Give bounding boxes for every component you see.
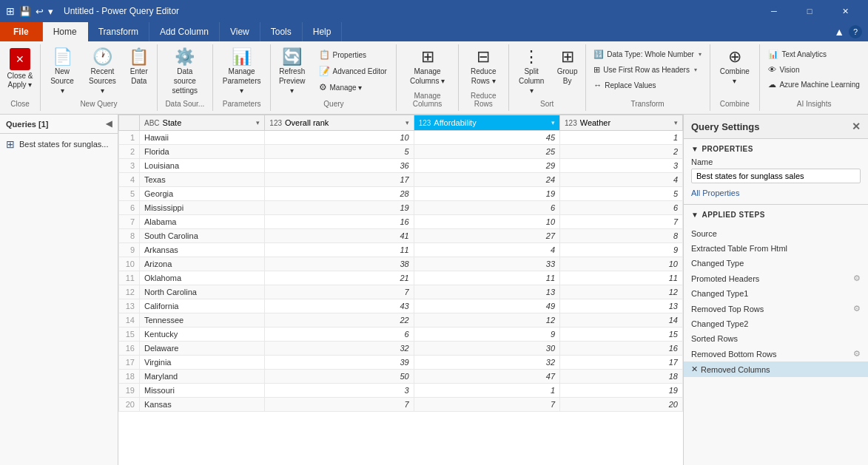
applied-step-item[interactable]: Removed Bottom Rows⚙ [684, 346, 868, 362]
group-by-button[interactable]: ⊞ GroupBy [553, 46, 582, 89]
cell-state: Georgia [140, 187, 265, 201]
table-row[interactable]: 5 Georgia 28 19 5 [119, 187, 683, 201]
col-filter-arrow-weather[interactable]: ▾ [674, 119, 678, 126]
applied-step-item[interactable]: Changed Type2 [684, 316, 868, 331]
table-row[interactable]: 18 Maryland 50 47 18 [119, 370, 683, 384]
table-row[interactable]: 20 Kansas 7 7 20 [119, 398, 683, 412]
col-filter-arrow-rank[interactable]: ▾ [406, 119, 409, 126]
save-icon[interactable]: 💾 [19, 6, 31, 17]
table-row[interactable]: 12 North Carolina 7 13 12 [119, 285, 683, 299]
azure-ml-button[interactable]: ☁ Azure Machine Learning [763, 78, 864, 92]
tab-transform[interactable]: Transform [88, 22, 149, 41]
window-close-button[interactable]: ✕ [828, 0, 862, 22]
close-apply-button[interactable]: ✕ Close &Apply ▾ [3, 46, 36, 92]
table-row[interactable]: 9 Arkansas 11 4 9 [119, 243, 683, 257]
step-x-icon[interactable]: ✕ [691, 364, 698, 374]
query-name-input[interactable] [691, 169, 861, 183]
col-header-overall-rank[interactable]: 123 Overall rank ▾ [265, 115, 414, 131]
table-row[interactable]: 8 South Carolina 41 27 8 [119, 229, 683, 243]
table-row[interactable]: 2 Florida 5 25 2 [119, 145, 683, 159]
settings-close-button[interactable]: ✕ [852, 121, 861, 132]
replace-values-button[interactable]: ↔ Replace Values [588, 78, 707, 92]
use-first-row-button[interactable]: ⊞ Use First Row as Headers ▾ [588, 63, 707, 77]
manage-query-button[interactable]: ⚙ Manage ▾ [314, 80, 392, 95]
table-row[interactable]: 19 Missouri 3 1 19 [119, 384, 683, 398]
collapse-panel-button[interactable]: ◀ [106, 119, 112, 129]
advanced-editor-button[interactable]: 📝 Advanced Editor [314, 64, 392, 78]
cell-affordability: 12 [414, 313, 559, 327]
applied-step-item[interactable]: Sorted Rows [684, 331, 868, 346]
tab-file[interactable]: File [0, 22, 43, 41]
reduce-rows-button[interactable]: ⊟ ReduceRows ▾ [465, 46, 501, 89]
col-header-weather[interactable]: 123 Weather ▾ [560, 115, 683, 131]
data-source-settings-button[interactable]: ⚙️ Data sourcesettings [161, 46, 209, 98]
col-filter-arrow-afford[interactable]: ▾ [551, 119, 555, 126]
col-header-affordability[interactable]: 123 Affordability ▾ [414, 115, 559, 131]
data-type-button[interactable]: 🔢 Data Type: Whole Number ▾ [588, 47, 707, 61]
step-gear-icon[interactable]: ⚙ [853, 349, 861, 359]
tab-help[interactable]: Help [303, 22, 343, 41]
applied-step-item[interactable]: Removed Top Rows⚙ [684, 301, 868, 316]
new-query-label: New Query [44, 98, 154, 109]
manage-parameters-button[interactable]: 📊 ManageParameters ▾ [216, 46, 268, 98]
cell-weather: 9 [560, 243, 683, 257]
tab-home[interactable]: Home [43, 22, 88, 41]
query-panel: Queries [1] ◀ ⊞ Best states for sunglas.… [0, 115, 118, 465]
split-column-button[interactable]: ⋮ SplitColumn ▾ [512, 46, 551, 98]
table-row[interactable]: 17 Virginia 39 32 17 [119, 356, 683, 370]
row-num: 7 [119, 215, 140, 229]
table-row[interactable]: 11 Oklahoma 21 11 11 [119, 271, 683, 285]
cell-state: Arkansas [140, 243, 265, 257]
enter-data-button[interactable]: 📋 EnterData [124, 46, 154, 89]
table-row[interactable]: 1 Hawaii 10 45 1 [119, 131, 683, 145]
step-name: Removed Columns [701, 365, 861, 374]
applied-step-item[interactable]: Changed Type1 [684, 286, 868, 301]
applied-step-item[interactable]: Source [684, 226, 868, 241]
col-name-weather: Weather [580, 118, 610, 127]
new-source-button[interactable]: 📄 NewSource ▾ [44, 46, 81, 98]
row-num: 15 [119, 327, 140, 342]
expand-icon[interactable]: ▲ [834, 26, 844, 38]
combine-button[interactable]: ⊕ Combine ▾ [713, 46, 757, 89]
maximize-button[interactable]: □ [793, 0, 827, 22]
table-row[interactable]: 16 Delaware 32 30 16 [119, 342, 683, 356]
query-item-sunglass[interactable]: ⊞ Best states for sunglas... [0, 134, 118, 155]
help-icon[interactable]: ? [849, 25, 862, 38]
table-row[interactable]: 13 California 43 49 13 [119, 299, 683, 313]
text-analytics-button[interactable]: 📊 Text Analytics [763, 47, 864, 61]
applied-step-item[interactable]: ✕Removed Columns [684, 362, 868, 377]
table-row[interactable]: 14 Tennessee 22 12 14 [119, 313, 683, 327]
applied-step-item[interactable]: Promoted Headers⚙ [684, 271, 868, 286]
recent-sources-button[interactable]: 🕐 RecentSources ▾ [82, 46, 123, 98]
table-row[interactable]: 3 Louisiana 36 29 3 [119, 159, 683, 173]
cell-weather: 4 [560, 173, 683, 187]
table-row[interactable]: 6 Mississippi 19 6 6 [119, 201, 683, 215]
table-row[interactable]: 10 Arizona 38 33 10 [119, 257, 683, 271]
undo-icon[interactable]: ↩ [36, 6, 44, 17]
cell-overall-rank: 50 [265, 370, 414, 384]
table-row[interactable]: 4 Texas 17 24 4 [119, 173, 683, 187]
col-filter-arrow-state[interactable]: ▾ [256, 119, 260, 126]
properties-button[interactable]: 📋 Properties [314, 47, 392, 62]
sort-label: Sort [512, 98, 582, 109]
cell-weather: 11 [560, 271, 683, 285]
all-properties-link[interactable]: All Properties [691, 189, 739, 197]
table-row[interactable]: 15 Kentucky 6 9 15 [119, 327, 683, 342]
tab-view[interactable]: View [220, 22, 260, 41]
tab-tools[interactable]: Tools [260, 22, 303, 41]
step-gear-icon[interactable]: ⚙ [853, 274, 861, 283]
row-num: 8 [119, 229, 140, 243]
applied-step-item[interactable]: Extracted Table From Html [684, 241, 868, 256]
vision-button[interactable]: 👁 Vision [763, 63, 864, 76]
manage-columns-button[interactable]: ⊞ ManageColumns ▾ [405, 46, 450, 89]
col-header-state[interactable]: ABC State ▾ [140, 115, 265, 131]
step-gear-icon[interactable]: ⚙ [853, 304, 861, 313]
cell-state: South Carolina [140, 229, 265, 243]
menu-icon[interactable]: ▾ [48, 6, 53, 17]
tab-add-column[interactable]: Add Column [149, 22, 220, 41]
data-grid-container[interactable]: ABC State ▾ 123 Overall rank ▾ [118, 115, 683, 465]
refresh-preview-button[interactable]: 🔄 RefreshPreview ▾ [274, 46, 311, 98]
applied-step-item[interactable]: Changed Type [684, 256, 868, 271]
minimize-button[interactable]: ─ [757, 0, 791, 22]
table-row[interactable]: 7 Alabama 16 10 7 [119, 215, 683, 229]
